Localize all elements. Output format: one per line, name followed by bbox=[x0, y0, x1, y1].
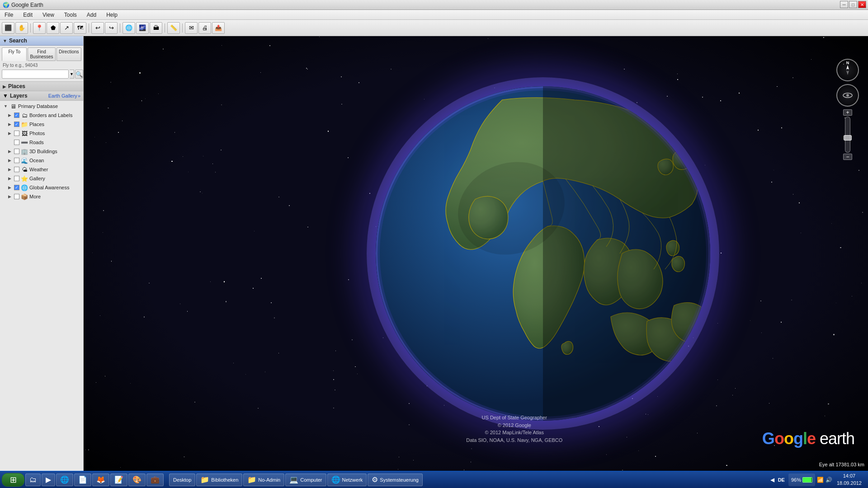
global-awareness-checkbox[interactable]: ✓ bbox=[14, 185, 19, 190]
app-title: 🌍 Google Earth bbox=[3, 2, 43, 8]
earth-gallery-link[interactable]: Earth Gallery » bbox=[48, 93, 80, 99]
zoom-handle[interactable] bbox=[844, 135, 852, 141]
menu-edit[interactable]: Edit bbox=[20, 11, 35, 19]
zoom-track[interactable] bbox=[845, 117, 850, 153]
expand-tray-btn[interactable]: ◀ bbox=[770, 477, 774, 483]
layer-item-borders[interactable]: ▶ ✓ 🗂 Borders and Labels bbox=[0, 111, 83, 120]
toolbar-add-path-btn[interactable]: ↗ bbox=[60, 22, 73, 34]
borders-checkbox[interactable]: ✓ bbox=[14, 113, 19, 118]
taskbar-desktop[interactable]: Desktop bbox=[169, 474, 195, 486]
fly-to-go-btn[interactable]: 🔍 bbox=[75, 70, 83, 79]
zoom-out-btn[interactable]: − bbox=[843, 154, 852, 160]
layer-item-roads[interactable]: ▶ ➖ Roads bbox=[0, 138, 83, 147]
layer-item-global-awareness[interactable]: ▶ ✓ 🌐 Global Awareness bbox=[0, 183, 83, 192]
start-button[interactable]: ⊞ bbox=[2, 473, 24, 487]
toolbar-print-btn[interactable]: 🖨 bbox=[198, 22, 211, 34]
toolbar-forward-btn[interactable]: ↪ bbox=[105, 22, 118, 34]
layers-section: ▼ Layers Earth Gallery » ▼ 🖥 Primary Dat… bbox=[0, 91, 83, 471]
menu-file[interactable]: File bbox=[2, 11, 16, 19]
toolbar-add-polygon-btn[interactable]: ⬟ bbox=[47, 22, 59, 34]
taskbar-netzwerk[interactable]: 🌐 Netzwerk bbox=[327, 474, 367, 486]
toolbar-back-btn[interactable]: ↩ bbox=[91, 22, 104, 34]
layer-item-photos[interactable]: ▶ 🖼 Photos bbox=[0, 129, 83, 138]
system-tray: ◀ DE 96% 📶 🔊 14:07 18.09.2012 bbox=[769, 473, 866, 487]
left-panel: ▼ Search Fly To Find Businesses Directio… bbox=[0, 36, 84, 471]
tab-find-businesses[interactable]: Find Businesses bbox=[28, 47, 55, 61]
places-header[interactable]: ▶ Places bbox=[0, 82, 83, 91]
expand-icon: ▶ bbox=[8, 131, 13, 136]
toolbar-ruler-btn[interactable]: 📏 bbox=[167, 22, 180, 34]
gallery-checkbox[interactable] bbox=[14, 176, 19, 181]
roads-checkbox[interactable] bbox=[14, 140, 19, 145]
system-clock: 14:07 18.09.2012 bbox=[834, 473, 864, 487]
minimize-button[interactable]: ─ bbox=[840, 1, 848, 8]
svg-marker-6 bbox=[846, 70, 849, 75]
3d-buildings-checkbox[interactable] bbox=[14, 149, 19, 154]
menu-view[interactable]: View bbox=[40, 11, 57, 19]
maximize-button[interactable]: □ bbox=[849, 1, 857, 8]
search-collapse-arrow: ▼ bbox=[3, 38, 7, 43]
explorer-icon: 🗂 bbox=[29, 476, 37, 484]
logo-g2: g bbox=[793, 429, 803, 448]
toolbar-sky-btn[interactable]: 🌌 bbox=[136, 22, 149, 34]
toolbar-sidepanel-btn[interactable]: ⬛ bbox=[2, 22, 14, 34]
taskbar-bibliotheken[interactable]: 📁 Bibliotheken bbox=[196, 474, 242, 486]
taskbar-firefox[interactable]: 🦊 bbox=[92, 474, 109, 486]
attribution-line1: US Dept of State Geographer bbox=[466, 414, 562, 422]
toolbar-terrain-btn[interactable]: 🏔 bbox=[150, 22, 162, 34]
layer-item-primary-db[interactable]: ▼ 🖥 Primary Database bbox=[0, 102, 83, 111]
menu-add[interactable]: Add bbox=[84, 11, 99, 19]
toolbar-hand-btn[interactable]: ✋ bbox=[15, 22, 28, 34]
menu-tools[interactable]: Tools bbox=[61, 11, 80, 19]
compass-ring[interactable]: N bbox=[836, 59, 859, 81]
volume-icon[interactable]: 🔊 bbox=[826, 477, 832, 483]
taskbar-systemsteuerung[interactable]: ⚙ Systemsteuerung bbox=[368, 474, 423, 486]
earth-view[interactable]: US Dept of State Geographer © 2012 Googl… bbox=[84, 36, 868, 471]
layers-header-left: ▼ Layers bbox=[3, 93, 28, 99]
taskbar-photoshop[interactable]: 🎨 bbox=[128, 474, 146, 486]
layer-item-more[interactable]: ▶ 📦 More bbox=[0, 192, 83, 201]
taskbar-computer[interactable]: 💻 Computer bbox=[285, 474, 326, 486]
toolbar-gplus-btn[interactable]: 📤 bbox=[212, 22, 225, 34]
layer-item-gallery[interactable]: ▶ ⭐ Gallery bbox=[0, 174, 83, 183]
layer-item-ocean[interactable]: ▶ 🌊 Ocean bbox=[0, 156, 83, 165]
taskbar-docs[interactable]: 📄 bbox=[74, 474, 91, 486]
layer-item-places[interactable]: ▶ ✓ 📁 Places bbox=[0, 120, 83, 129]
weather-checkbox[interactable] bbox=[14, 167, 19, 172]
layer-item-weather[interactable]: ▶ 🌤 Weather bbox=[0, 165, 83, 174]
taskbar-vpn[interactable]: 💼 bbox=[146, 474, 164, 486]
taskbar-browser[interactable]: 🌐 bbox=[56, 474, 73, 486]
expand-icon: ▶ bbox=[8, 158, 13, 163]
tab-directions[interactable]: Directions bbox=[57, 47, 81, 61]
search-header[interactable]: ▼ Search bbox=[0, 36, 83, 46]
taskbar-explorer[interactable]: 🗂 bbox=[25, 474, 41, 486]
layers-header[interactable]: ▼ Layers Earth Gallery » bbox=[0, 91, 83, 101]
computer-label: Computer bbox=[300, 477, 322, 483]
taskbar-word[interactable]: 📝 bbox=[110, 474, 127, 486]
tilt-ring[interactable] bbox=[836, 84, 859, 107]
tab-fly-to[interactable]: Fly To bbox=[2, 47, 27, 61]
places-label: Places bbox=[8, 83, 25, 89]
menu-help[interactable]: Help bbox=[104, 11, 120, 19]
ocean-checkbox[interactable] bbox=[14, 158, 19, 163]
docs-icon: 📄 bbox=[78, 475, 87, 484]
taskbar-noadmin[interactable]: 📁 No-Admin bbox=[243, 474, 284, 486]
eye-altitude: Eye alt 17381.03 km bbox=[819, 462, 864, 467]
taskbar-media[interactable]: ▶ bbox=[42, 474, 55, 486]
fly-to-dropdown-btn[interactable]: ▼ bbox=[70, 70, 74, 79]
db-icon: 🖥 bbox=[9, 103, 17, 110]
toolbar-add-placemark-btn[interactable]: 📍 bbox=[33, 22, 46, 34]
photos-checkbox[interactable] bbox=[14, 131, 19, 136]
close-button[interactable]: ✕ bbox=[858, 1, 866, 8]
borders-icon: 🗂 bbox=[21, 112, 28, 119]
layer-item-3d-buildings[interactable]: ▶ 🏢 3D Buildings bbox=[0, 147, 83, 156]
bibliotheken-icon: 📁 bbox=[200, 475, 209, 484]
attribution: US Dept of State Geographer © 2012 Googl… bbox=[466, 414, 562, 444]
toolbar-email-btn[interactable]: ✉ bbox=[185, 22, 198, 34]
more-checkbox[interactable] bbox=[14, 194, 19, 199]
toolbar-earth-btn[interactable]: 🌐 bbox=[123, 22, 135, 34]
fly-to-input[interactable] bbox=[2, 70, 69, 79]
toolbar-add-overlay-btn[interactable]: 🗺 bbox=[74, 22, 86, 34]
zoom-in-btn[interactable]: + bbox=[843, 109, 852, 116]
places-checkbox[interactable]: ✓ bbox=[14, 122, 19, 127]
